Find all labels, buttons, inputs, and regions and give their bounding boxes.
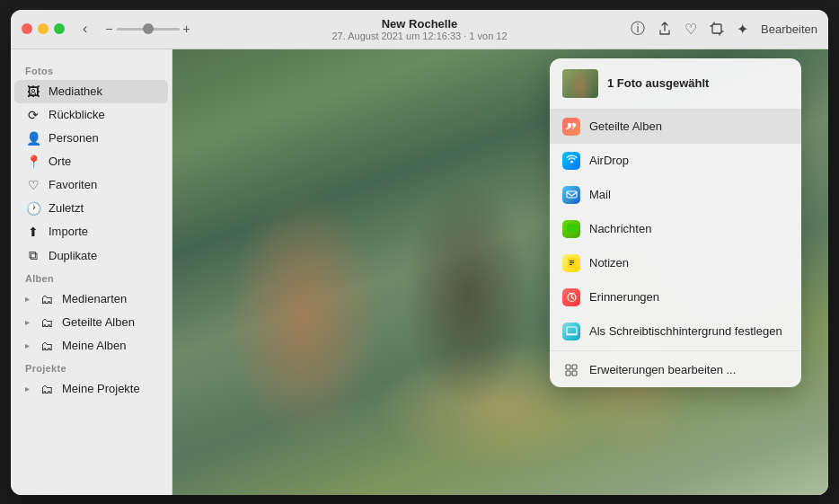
sidebar-item-mediathek[interactable]: 🖼 Mediathek (14, 80, 168, 103)
sidebar-item-importe[interactable]: ⬆ Importe (14, 220, 168, 243)
sidebar: Fotos 🖼 Mediathek ⟳ Rückblicke 👤 Persone… (11, 49, 172, 495)
sidebar-item-label: Orte (49, 155, 71, 168)
titlebar: ‹ − + New Rochelle 27. August 2021 um 12… (11, 10, 828, 49)
sidebar-section-fotos: Fotos (11, 60, 172, 80)
expander-icon: ▸ (25, 294, 30, 304)
nav-controls: ‹ (79, 19, 91, 39)
wallpaper-icon (562, 323, 580, 340)
content-area: Fotos 🖼 Mediathek ⟳ Rückblicke 👤 Persone… (11, 49, 828, 495)
svg-rect-5 (567, 225, 577, 232)
svg-point-2 (571, 123, 575, 127)
zoom-control: − + (105, 22, 190, 36)
sidebar-item-duplikate[interactable]: ⧉ Duplikate (14, 243, 168, 268)
duplikate-icon: ⧉ (25, 248, 41, 263)
sidebar-section-alben: Alben (11, 268, 172, 287)
messages-label: Nachrichten (589, 222, 651, 235)
svg-rect-20 (572, 371, 577, 376)
sidebar-item-personen[interactable]: 👤 Personen (14, 127, 168, 150)
info-icon[interactable]: ⓘ (631, 20, 645, 39)
sidebar-item-meine-alben[interactable]: ▸ 🗂 Meine Alben (14, 334, 168, 358)
sidebar-section-projekte: Projekte (11, 358, 172, 377)
zoom-slider-track[interactable] (117, 28, 180, 31)
wallpaper-label: Als Schreibtischhintergrund festlegen (589, 324, 782, 338)
popup-thumbnail-image (562, 69, 598, 98)
share-menu-item-wallpaper[interactable]: Als Schreibtischhintergrund festlegen (550, 314, 801, 349)
sidebar-item-geteilte-alben[interactable]: ▸ 🗂 Geteilte Alben (14, 311, 168, 334)
expander-icon: ▸ (25, 317, 30, 327)
share-icon[interactable] (658, 22, 672, 36)
share-popup: 1 Foto ausgewählt Geteilte Alben (550, 58, 801, 387)
sidebar-item-label: Importe (49, 225, 88, 238)
favorite-icon[interactable]: ♡ (684, 21, 697, 38)
svg-rect-4 (567, 191, 577, 198)
bearbeiten-button[interactable]: Bearbeiten (761, 22, 817, 36)
svg-point-3 (570, 161, 573, 164)
window-subtitle: 27. August 2021 um 12:16:33 · 1 von 12 (331, 31, 507, 41)
sidebar-item-rueckblicke[interactable]: ⟳ Rückblicke (14, 103, 168, 127)
sidebar-item-favoriten[interactable]: ♡ Favoriten (14, 173, 168, 197)
shared-albums-icon (562, 118, 580, 136)
messages-icon (562, 220, 580, 238)
svg-line-12 (571, 297, 573, 299)
geteilte-alben-icon: 🗂 (39, 315, 55, 330)
main-photo-view: 1 Foto ausgewählt Geteilte Alben (172, 49, 828, 495)
zoom-slider-thumb[interactable] (143, 23, 154, 34)
share-menu-item-mail[interactable]: Mail (550, 178, 801, 212)
crop-icon[interactable] (710, 22, 724, 36)
zoom-plus-button[interactable]: + (183, 22, 190, 36)
share-menu-item-notes[interactable]: Notizen (550, 246, 801, 280)
reminders-label: Erinnerungen (589, 290, 659, 304)
share-menu-item-shared-albums[interactable]: Geteilte Alben (550, 110, 801, 144)
popup-header-text: 1 Foto ausgewählt (607, 76, 709, 90)
expander-icon: ▸ (25, 340, 30, 350)
sidebar-item-label: Meine Projekte (62, 382, 140, 395)
mail-icon (562, 186, 580, 204)
expander-icon: ▸ (25, 384, 30, 393)
airdrop-label: AirDrop (589, 154, 629, 167)
share-menu-item-reminders[interactable]: Erinnerungen (550, 280, 801, 314)
extensions-label: Erweiterungen bearbeiten ... (589, 363, 736, 376)
sidebar-item-orte[interactable]: 📍 Orte (14, 150, 168, 173)
extensions-item[interactable]: Erweiterungen bearbeiten ... (550, 353, 801, 387)
svg-rect-19 (566, 371, 570, 376)
sidebar-item-label: Geteilte Alben (62, 315, 135, 329)
popup-header: 1 Foto ausgewählt (550, 58, 801, 110)
window-title-area: New Rochelle 27. August 2021 um 12:16:33… (331, 17, 507, 41)
rueckblicke-icon: ⟳ (25, 108, 41, 122)
mediathek-icon: 🖼 (25, 84, 41, 99)
maximize-button[interactable] (54, 23, 65, 34)
sidebar-item-label: Duplikate (49, 249, 97, 262)
close-button[interactable] (22, 23, 32, 34)
extensions-icon (562, 361, 580, 379)
back-button[interactable]: ‹ (79, 19, 91, 39)
importe-icon: ⬆ (25, 225, 41, 239)
minimize-button[interactable] (38, 23, 49, 34)
svg-rect-0 (712, 24, 721, 33)
share-menu-item-airdrop[interactable]: AirDrop (550, 144, 801, 178)
sidebar-item-label: Rückblicke (49, 108, 105, 121)
svg-rect-15 (567, 327, 577, 334)
app-window: ‹ − + New Rochelle 27. August 2021 um 12… (11, 10, 828, 495)
sidebar-item-zuletzt[interactable]: 🕐 Zuletzt (14, 197, 168, 220)
zuletzt-icon: 🕐 (25, 201, 41, 216)
popup-divider (550, 350, 801, 351)
sidebar-item-meine-projekte[interactable]: ▸ 🗂 Meine Projekte (14, 377, 168, 401)
magic-icon[interactable]: ✦ (737, 21, 748, 38)
reminders-icon (562, 288, 580, 306)
sidebar-item-medienarten[interactable]: ▸ 🗂 Medienarten (14, 287, 168, 311)
sidebar-item-label: Favoriten (49, 178, 97, 191)
svg-rect-17 (566, 365, 570, 369)
sidebar-item-label: Mediathek (49, 84, 102, 98)
share-menu-item-messages[interactable]: Nachrichten (550, 212, 801, 246)
sidebar-item-label: Meine Alben (62, 339, 127, 352)
personen-icon: 👤 (25, 131, 41, 146)
meine-alben-icon: 🗂 (39, 339, 55, 353)
traffic-lights (22, 23, 65, 34)
window-title: New Rochelle (331, 17, 507, 31)
medienarten-icon: 🗂 (39, 292, 55, 306)
toolbar-actions: ⓘ ♡ ✦ Bearbeiten (631, 20, 817, 39)
svg-rect-18 (572, 365, 577, 369)
airdrop-icon (562, 152, 580, 170)
sidebar-item-label: Medienarten (62, 292, 127, 305)
zoom-minus-button[interactable]: − (105, 22, 112, 36)
